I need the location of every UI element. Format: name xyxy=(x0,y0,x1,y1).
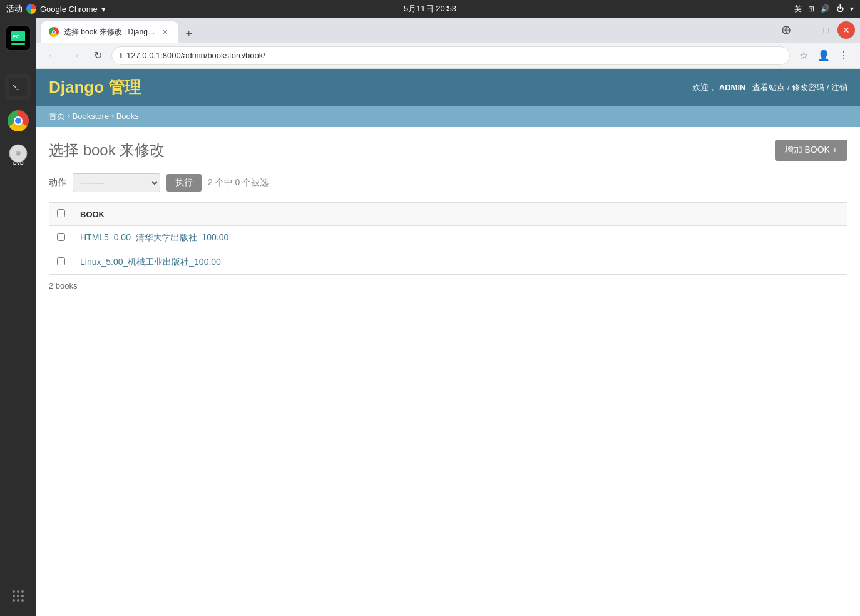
url-bar[interactable]: ℹ 127.0.0.1:8000/admin/bookstore/book/ xyxy=(111,46,790,65)
action-bar: 动作 -------- 执行 2 个中 0 个被选 xyxy=(49,173,847,192)
addressbar-actions: ☆ 👤 ⋮ xyxy=(795,47,852,64)
row-2-book-link[interactable]: Linux_5.00_机械工业出版社_100.00 xyxy=(80,257,221,267)
svg-text:PC: PC xyxy=(13,34,19,39)
breadcrumb-home[interactable]: 首页 xyxy=(49,111,65,121)
volume-icon: 🔊 xyxy=(821,4,830,13)
reload-button[interactable]: ↻ xyxy=(89,47,106,64)
new-tab-button[interactable]: + xyxy=(180,25,198,43)
svg-point-8 xyxy=(18,153,19,155)
book-table: BOOK HTML5_0.00_清华大学出版社_100.00 xyxy=(49,202,847,275)
page-header: 选择 book 来修改 增加 BOOK + xyxy=(49,140,847,161)
active-tab[interactable]: 选择 book 来修改 | Djang… ✕ xyxy=(41,21,178,43)
welcome-prefix: 欢迎， xyxy=(692,83,717,92)
svg-point-14 xyxy=(17,595,19,597)
svg-point-17 xyxy=(17,599,19,602)
row-1-book-link[interactable]: HTML5_0.00_清华大学出版社_100.00 xyxy=(80,232,228,242)
left-taskbar: PC $_ DVD xyxy=(0,0,36,616)
user-icon[interactable]: 👤 xyxy=(815,47,832,64)
svg-point-12 xyxy=(21,590,24,593)
link-separator-2: / xyxy=(827,83,831,92)
book-count: 2 books xyxy=(49,281,847,290)
logout-link[interactable]: 注销 xyxy=(831,83,847,92)
row-1-book-cell: HTML5_0.00_清华大学出版社_100.00 xyxy=(73,226,847,250)
django-title: Django 管理 xyxy=(49,76,141,98)
select-all-checkbox[interactable] xyxy=(57,209,65,217)
forward-button[interactable]: → xyxy=(66,47,84,64)
page-title: 选择 book 来修改 xyxy=(49,140,165,160)
url-info-icon: ℹ xyxy=(120,51,123,60)
table-body: HTML5_0.00_清华大学出版社_100.00 Linux_5.00_机械工… xyxy=(49,226,847,275)
breadcrumb-current: Books xyxy=(116,111,139,121)
tab-close-button[interactable]: ✕ xyxy=(160,27,170,37)
app-name-label: Google Chrome xyxy=(40,4,98,14)
dvd-icon[interactable]: DVD xyxy=(5,141,31,168)
django-header: Django 管理 欢迎， ADMIN 查看站点 / 修改密码 / 注销 xyxy=(36,69,860,106)
svg-text:DVD: DVD xyxy=(13,160,24,166)
tab-bar: 选择 book 来修改 | Djang… ✕ + xyxy=(41,18,198,43)
add-book-button[interactable]: 增加 BOOK + xyxy=(775,140,847,161)
breadcrumb-sep-2: › xyxy=(111,111,116,121)
svg-point-10 xyxy=(13,590,15,593)
django-content: Django 管理 欢迎， ADMIN 查看站点 / 修改密码 / 注销 首页 … xyxy=(36,69,860,616)
tab-favicon xyxy=(49,27,59,37)
view-site-link[interactable]: 查看站点 xyxy=(752,83,785,92)
svg-point-16 xyxy=(13,599,15,602)
action-count: 2 个中 0 个被选 xyxy=(208,177,269,188)
table-head: BOOK xyxy=(49,203,847,226)
svg-point-13 xyxy=(13,595,15,597)
action-select[interactable]: -------- xyxy=(73,173,160,192)
dropdown-arrow: ▾ xyxy=(101,4,106,14)
row-2-checkbox-cell xyxy=(49,250,73,275)
top-bar-right: 英 ⊞ 🔊 ⏻ ▾ xyxy=(794,4,854,14)
top-bar-left: 活动 Google Chrome ▾ xyxy=(6,3,106,14)
breadcrumb: 首页 › Bookstore › Books xyxy=(36,106,860,127)
th-checkbox xyxy=(49,203,73,226)
maximize-button[interactable]: □ xyxy=(817,21,835,39)
svg-point-15 xyxy=(21,595,24,597)
th-book: BOOK xyxy=(73,203,847,226)
action-run-button[interactable]: 执行 xyxy=(166,174,202,192)
chrome-taskbar-icon[interactable] xyxy=(5,108,31,134)
breadcrumb-sep-1: › xyxy=(68,111,73,121)
power-icon: ⏻ xyxy=(836,4,844,13)
bookmark-icon[interactable]: ☆ xyxy=(795,47,812,64)
pycharm-icon[interactable]: PC xyxy=(5,25,31,51)
back-button[interactable]: ← xyxy=(44,47,61,64)
url-text: 127.0.0.1:8000/admin/bookstore/book/ xyxy=(126,51,782,60)
django-main: 选择 book 来修改 增加 BOOK + 动作 -------- 执行 2 个… xyxy=(36,127,860,303)
activities-label[interactable]: 活动 xyxy=(6,3,23,14)
django-user-info: 欢迎， ADMIN 查看站点 / 修改密码 / 注销 xyxy=(692,82,847,93)
datetime-label: 5月11日 20∶53 xyxy=(404,3,456,14)
os-top-bar: 活动 Google Chrome ▾ 5月11日 20∶53 英 ⊞ 🔊 ⏻ ▾ xyxy=(0,0,860,18)
menu-icon[interactable]: ⋮ xyxy=(835,47,852,64)
window-controls: — □ ✕ xyxy=(777,21,855,39)
admin-username: ADMIN xyxy=(719,83,746,92)
table-row: Linux_5.00_机械工业出版社_100.00 xyxy=(49,250,847,275)
svg-rect-3 xyxy=(11,43,25,45)
close-button[interactable]: ✕ xyxy=(837,21,855,39)
svg-point-11 xyxy=(17,590,19,593)
change-password-link[interactable]: 修改密码 xyxy=(792,83,824,92)
row-1-checkbox-cell xyxy=(49,226,73,250)
network-status-icon xyxy=(777,21,795,39)
action-label: 动作 xyxy=(49,177,66,188)
table-row: HTML5_0.00_清华大学出版社_100.00 xyxy=(49,226,847,250)
chrome-icon xyxy=(26,4,36,14)
app-grid-icon[interactable] xyxy=(11,588,26,606)
svg-point-18 xyxy=(21,599,24,602)
minimize-button[interactable]: — xyxy=(797,21,815,39)
network-icon: ⊞ xyxy=(808,4,814,13)
svg-text:$_: $_ xyxy=(13,83,19,90)
row-2-book-cell: Linux_5.00_机械工业出版社_100.00 xyxy=(73,250,847,275)
tab-title: 选择 book 来修改 | Djang… xyxy=(64,27,155,38)
row-2-checkbox[interactable] xyxy=(57,257,65,265)
breadcrumb-bookstore[interactable]: Bookstore xyxy=(73,111,110,121)
browser-window: 选择 book 来修改 | Djang… ✕ + — □ ✕ ← → ↻ xyxy=(36,18,860,616)
settings-icon: ▾ xyxy=(850,4,854,13)
terminal-icon[interactable]: $_ xyxy=(5,74,31,100)
row-1-checkbox[interactable] xyxy=(57,233,65,241)
table-header-row: BOOK xyxy=(49,203,847,226)
browser-titlebar: 选择 book 来修改 | Djang… ✕ + — □ ✕ xyxy=(36,18,860,43)
language-label[interactable]: 英 xyxy=(794,4,802,14)
address-bar: ← → ↻ ℹ 127.0.0.1:8000/admin/bookstore/b… xyxy=(36,43,860,69)
